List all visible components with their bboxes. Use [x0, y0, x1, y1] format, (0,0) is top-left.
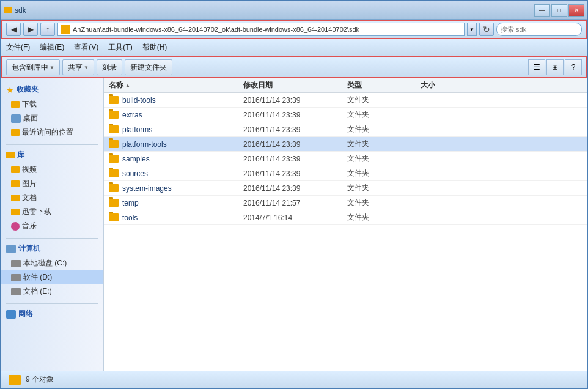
- file-area: 名称 ▲ 修改日期 类型 大小 build-tools 2016/11/14 2…: [104, 78, 587, 371]
- details-view-button[interactable]: ☰: [528, 59, 545, 75]
- table-row[interactable]: tools 2014/7/1 16:14 文件夹: [104, 210, 587, 225]
- sidebar-doc-disk-label: 文档 (E:): [23, 286, 52, 297]
- sidebar-item-recent[interactable]: 最近访问的位置: [1, 125, 103, 139]
- file-cell-date: 2014/7/1 16:14: [243, 213, 347, 222]
- thunder-icon: [11, 209, 20, 215]
- minimize-button[interactable]: —: [534, 4, 550, 17]
- doc-disk-icon: [11, 288, 21, 295]
- column-header-size[interactable]: 大小: [421, 80, 469, 91]
- table-row[interactable]: samples 2016/11/14 23:39 文件夹: [104, 152, 587, 166]
- videos-icon: [11, 166, 20, 173]
- forward-button[interactable]: ▶: [23, 23, 38, 36]
- table-row[interactable]: sources 2016/11/14 23:39 文件夹: [104, 166, 587, 181]
- sidebar-item-doc-disk[interactable]: 文档 (E:): [1, 284, 103, 298]
- sidebar-local-disk-label: 本地磁盘 (C:): [23, 258, 67, 269]
- windows-explorer-window: sdk — □ ✕ ◀ ▶ ↑ AnZhuan\adt-bundle-windo…: [0, 0, 588, 389]
- sidebar-thunder-label: 迅雷下载: [22, 207, 51, 217]
- address-dropdown-button[interactable]: ▼: [467, 23, 477, 36]
- sidebar-item-videos[interactable]: 视频: [1, 163, 103, 177]
- window-icon: [4, 7, 12, 13]
- share-dropdown-icon: ▼: [84, 65, 89, 70]
- file-cell-name: tools: [109, 213, 243, 222]
- file-cell-name: system-images: [109, 184, 243, 193]
- table-row[interactable]: temp 2016/11/14 21:57 文件夹: [104, 196, 587, 210]
- refresh-button[interactable]: ↻: [479, 23, 494, 36]
- address-folder-icon: [61, 25, 70, 34]
- window-title: sdk: [15, 6, 26, 15]
- sidebar-documents-label: 文档: [22, 193, 37, 203]
- help-button[interactable]: ?: [565, 59, 582, 75]
- sidebar-downloads-label: 下载: [22, 99, 37, 109]
- back-button[interactable]: ◀: [6, 23, 21, 36]
- file-list-header: 名称 ▲ 修改日期 类型 大小: [104, 78, 587, 93]
- file-folder-icon: [109, 213, 119, 221]
- column-header-date[interactable]: 修改日期: [243, 80, 347, 91]
- documents-icon: [11, 194, 20, 201]
- table-row[interactable]: build-tools 2016/11/14 23:39 文件夹: [104, 93, 587, 108]
- pictures-icon: [11, 180, 20, 187]
- status-folder-icon: [9, 375, 21, 385]
- file-cell-name: sources: [109, 169, 243, 178]
- view-buttons: ☰ ⊞ ?: [528, 59, 582, 75]
- address-bar[interactable]: AnZhuan\adt-bundle-windows-x86_64-201407…: [57, 23, 465, 36]
- file-cell-date: 2016/11/14 23:39: [243, 96, 347, 105]
- sidebar-item-thunder[interactable]: 迅雷下载: [1, 205, 103, 219]
- downloads-folder-icon: [11, 101, 20, 108]
- table-row[interactable]: system-images 2016/11/14 23:39 文件夹: [104, 181, 587, 196]
- menu-tools[interactable]: 工具(T): [103, 40, 137, 54]
- close-button[interactable]: ✕: [568, 4, 584, 17]
- soft-disk-icon: [11, 274, 21, 281]
- table-row[interactable]: platform-tools 2016/11/14 23:39 文件夹: [104, 137, 587, 152]
- share-button[interactable]: 共享 ▼: [62, 59, 94, 75]
- file-folder-icon: [109, 125, 119, 133]
- search-input[interactable]: [497, 23, 582, 35]
- recent-icon: [11, 129, 20, 136]
- include-library-button[interactable]: 包含到库中 ▼: [6, 59, 60, 75]
- sidebar-library-header[interactable]: 库: [1, 147, 103, 163]
- sidebar-item-documents[interactable]: 文档: [1, 191, 103, 205]
- up-button[interactable]: ↑: [40, 23, 55, 36]
- sidebar-computer-label: 计算机: [18, 243, 40, 254]
- menu-edit[interactable]: 编辑(E): [35, 40, 69, 54]
- column-header-name[interactable]: 名称 ▲: [109, 80, 243, 91]
- sidebar-item-desktop[interactable]: 桌面: [1, 111, 103, 125]
- sidebar-network-label: 网络: [18, 309, 33, 319]
- sidebar-network-header[interactable]: 网络: [1, 306, 103, 322]
- share-label: 共享: [68, 62, 83, 73]
- file-cell-name: temp: [109, 199, 243, 207]
- menu-view[interactable]: 查看(V): [69, 40, 103, 54]
- sidebar-favorites-header[interactable]: ★ 收藏夹: [1, 82, 103, 97]
- table-row[interactable]: platforms 2016/11/14 23:39 文件夹: [104, 122, 587, 137]
- sidebar-item-soft-disk[interactable]: 软件 (D:): [1, 270, 103, 284]
- menu-file[interactable]: 文件(F): [1, 40, 35, 54]
- sidebar-library-section: 库 视频 图片 文档 迅雷下载: [1, 147, 103, 233]
- sidebar-pictures-label: 图片: [22, 179, 37, 189]
- sidebar-computer-header[interactable]: 计算机: [1, 241, 103, 256]
- sidebar-divider-3: [6, 303, 98, 304]
- sidebar-item-music[interactable]: 音乐: [1, 219, 103, 233]
- file-cell-date: 2016/11/14 23:39: [243, 155, 347, 163]
- file-rows-container: build-tools 2016/11/14 23:39 文件夹 extras …: [104, 93, 587, 225]
- file-cell-type: 文件夹: [347, 109, 421, 120]
- file-folder-icon: [109, 111, 119, 119]
- sidebar-videos-label: 视频: [22, 165, 37, 175]
- table-row[interactable]: extras 2016/11/14 23:39 文件夹: [104, 108, 587, 122]
- status-text: 9 个对象: [26, 374, 54, 385]
- desktop-icon: [11, 114, 21, 123]
- sidebar-item-local-disk[interactable]: 本地磁盘 (C:): [1, 256, 103, 270]
- file-folder-icon: [109, 140, 119, 148]
- sidebar-item-pictures[interactable]: 图片: [1, 177, 103, 191]
- burn-button[interactable]: 刻录: [97, 59, 122, 75]
- file-cell-name: platform-tools: [109, 140, 243, 149]
- menu-help[interactable]: 帮助(H): [138, 40, 172, 54]
- file-cell-name: samples: [109, 155, 243, 163]
- new-folder-button[interactable]: 新建文件夹: [125, 59, 172, 75]
- column-header-type[interactable]: 类型: [347, 80, 421, 91]
- new-folder-label: 新建文件夹: [130, 62, 167, 73]
- file-folder-icon: [109, 199, 119, 207]
- maximize-button[interactable]: □: [551, 4, 567, 17]
- file-cell-type: 文件夹: [347, 154, 421, 164]
- large-icons-view-button[interactable]: ⊞: [546, 59, 564, 75]
- file-cell-date: 2016/11/14 23:39: [243, 140, 347, 149]
- sidebar-item-downloads[interactable]: 下载: [1, 97, 103, 111]
